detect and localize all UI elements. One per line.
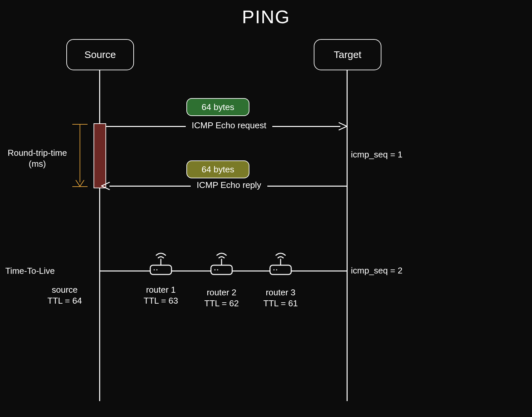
reply-bytes-pill: 64 bytes <box>186 160 249 178</box>
rtt-label: Round-trip-time (ms) <box>3 148 71 169</box>
source-lifeline <box>99 70 100 401</box>
request-arrow-head <box>338 121 348 131</box>
ttl-r2-name: router 2 <box>207 287 236 297</box>
ttl-r2-val: TTL = 62 <box>204 298 239 308</box>
target-lifeline <box>347 70 348 401</box>
svg-point-7 <box>217 269 218 270</box>
rtt-label-line1: Round-trip-time <box>8 148 67 158</box>
diagram-canvas: PING Source Target Round-trip-time (ms) … <box>0 0 532 417</box>
source-node-label: Source <box>84 49 116 60</box>
ttl-source-caption: source TTL = 64 <box>43 284 86 306</box>
reply-arrow-head <box>100 181 110 191</box>
diagram-title: PING <box>0 6 532 28</box>
source-node: Source <box>66 39 134 70</box>
svg-rect-1 <box>150 265 171 274</box>
router-1-icon <box>148 251 174 276</box>
rtt-label-line2: (ms) <box>29 159 46 169</box>
ttl-r2-caption: router 2 TTL = 62 <box>200 287 243 309</box>
reply-arrow-label: ICMP Echo reply <box>191 180 267 190</box>
ttl-r3-caption: router 3 TTL = 61 <box>259 287 302 309</box>
rtt-bracket <box>72 124 88 187</box>
ttl-r3-val: TTL = 61 <box>263 298 298 308</box>
seq1-label: icmp_seq = 1 <box>351 149 402 160</box>
request-arrow-label: ICMP Echo request <box>186 120 272 131</box>
router-3-icon <box>267 251 294 276</box>
reply-bytes-text: 64 bytes <box>202 164 234 175</box>
target-node: Target <box>314 39 381 70</box>
target-node-label: Target <box>334 49 361 60</box>
ttl-label: Time-To-Live <box>5 266 72 276</box>
svg-rect-9 <box>270 265 291 274</box>
ttl-r1-val: TTL = 63 <box>144 296 178 306</box>
svg-point-3 <box>156 269 158 270</box>
request-bytes-pill: 64 bytes <box>186 98 249 116</box>
rtt-activation-bar <box>94 123 106 188</box>
ttl-source-name: source <box>52 285 78 295</box>
svg-point-2 <box>154 269 155 270</box>
ttl-r1-caption: router 1 TTL = 63 <box>139 284 182 306</box>
seq2-label: icmp_seq = 2 <box>351 266 402 276</box>
svg-rect-5 <box>211 265 232 274</box>
ttl-r3-name: router 3 <box>266 287 296 297</box>
svg-point-10 <box>273 269 275 270</box>
svg-point-11 <box>276 269 277 270</box>
ttl-r1-name: router 1 <box>146 285 176 295</box>
svg-point-6 <box>214 269 216 270</box>
request-bytes-text: 64 bytes <box>202 102 234 112</box>
router-2-icon <box>208 251 235 276</box>
ttl-source-val: TTL = 64 <box>47 296 82 306</box>
